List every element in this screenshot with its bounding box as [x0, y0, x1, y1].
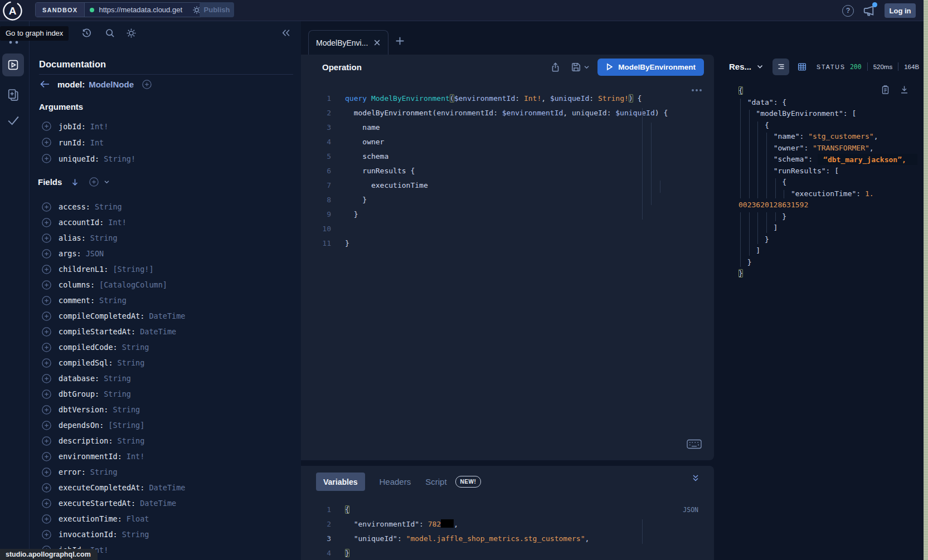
help-icon[interactable]: ? [842, 5, 854, 17]
field-row[interactable]: alias: String [30, 230, 301, 246]
add-to-query-icon[interactable] [42, 233, 51, 243]
field-row[interactable]: compileStartedAt: DateTime [30, 324, 301, 339]
field-row[interactable]: compileCompletedAt: DateTime [30, 308, 301, 324]
field-name[interactable]: error: [59, 468, 86, 476]
add-to-query-icon[interactable] [42, 121, 51, 131]
add-field-icon[interactable] [142, 80, 152, 89]
share-operation-icon[interactable] [550, 62, 561, 72]
field-type[interactable]: String [122, 530, 149, 539]
field-type[interactable]: DateTime [140, 499, 176, 508]
field-row[interactable]: dependsOn: [String] [30, 417, 301, 433]
apollo-logo-icon[interactable]: A [2, 1, 23, 21]
argument-type[interactable]: Int [90, 138, 104, 147]
add-fields-chevron-icon[interactable] [104, 179, 110, 185]
search-icon[interactable] [105, 28, 115, 38]
field-name[interactable]: comment: [59, 296, 95, 305]
argument-row[interactable]: uniqueId: String! [30, 150, 301, 167]
add-all-fields-icon[interactable] [89, 177, 99, 187]
response-dropdown-chevron-icon[interactable] [756, 63, 764, 70]
field-name[interactable]: dependsOn: [59, 421, 104, 430]
login-button[interactable]: Log in [885, 3, 916, 18]
field-row[interactable]: dbtGroup: String [30, 386, 301, 402]
field-row[interactable]: description: String [30, 433, 301, 449]
field-name[interactable]: compileCompletedAt: [59, 311, 144, 320]
add-to-query-icon[interactable] [42, 436, 51, 446]
docs-settings-gear-icon[interactable] [126, 28, 137, 38]
field-type[interactable]: String [95, 202, 122, 211]
field-row[interactable]: environmentId: Int! [30, 449, 301, 464]
field-row[interactable]: error: String [30, 464, 301, 480]
add-to-query-icon[interactable] [42, 405, 51, 415]
field-name[interactable]: compileStartedAt: [59, 327, 135, 336]
add-to-query-icon[interactable] [42, 499, 51, 508]
add-to-query-icon[interactable] [42, 296, 51, 305]
argument-row[interactable]: jobId: Int! [30, 118, 301, 134]
field-row[interactable]: compiledCode: String [30, 339, 301, 355]
field-name[interactable]: description: [59, 436, 113, 445]
field-type[interactable]: String [118, 358, 145, 367]
add-to-query-icon[interactable] [42, 249, 51, 259]
download-response-icon[interactable] [900, 85, 909, 95]
editor-overflow-menu-icon[interactable] [692, 89, 702, 91]
tab-script[interactable]: Script [425, 477, 446, 486]
field-row[interactable]: invocationId: String [30, 527, 301, 542]
argument-type[interactable]: String! [104, 154, 135, 163]
schema-nav-icon[interactable] [7, 88, 20, 103]
add-to-query-icon[interactable] [42, 514, 51, 524]
variables-editor[interactable]: 1{2 "environmentId": 782,3 "uniqueId": "… [288, 503, 714, 560]
field-type[interactable]: String [90, 468, 118, 476]
add-to-query-icon[interactable] [42, 358, 51, 368]
field-type[interactable]: JSON [86, 249, 104, 258]
add-to-query-icon[interactable] [42, 265, 51, 274]
run-button-label[interactable]: ModelByEnvironment [618, 63, 696, 71]
response-table-view-toggle[interactable] [797, 62, 807, 72]
field-row[interactable]: access: String [30, 199, 301, 215]
field-type[interactable]: String [104, 374, 131, 383]
endpoint-url-field[interactable]: https://metadata.cloud.get [85, 3, 206, 17]
history-icon[interactable] [81, 28, 92, 38]
field-row[interactable]: dbtVersion: String [30, 402, 301, 417]
field-name[interactable]: invocationId: [59, 530, 118, 539]
field-name[interactable]: dbtVersion: [59, 405, 108, 414]
field-name[interactable]: args: [59, 249, 81, 258]
field-row[interactable]: compiledSql: String [30, 355, 301, 371]
field-name[interactable]: alias: [59, 233, 86, 242]
collapse-docs-icon[interactable] [281, 28, 291, 38]
field-row[interactable]: comment: String [30, 293, 301, 308]
field-type[interactable]: DateTime [140, 327, 176, 336]
field-row[interactable]: database: String [30, 371, 301, 386]
response-dropdown-label[interactable]: Res... [729, 62, 751, 71]
field-row[interactable]: executeStartedAt: DateTime [30, 495, 301, 511]
tab-headers[interactable]: Headers [380, 477, 411, 486]
field-name[interactable]: dbtGroup: [59, 389, 99, 398]
argument-name[interactable]: uniqueId: [59, 154, 99, 163]
field-name[interactable]: database: [59, 374, 99, 383]
field-type[interactable]: [CatalogColumn] [99, 280, 167, 289]
checklist-nav-icon[interactable] [6, 114, 21, 127]
operation-editor[interactable]: 1query ModelByEnvironment($environmentId… [288, 91, 714, 251]
field-name[interactable]: access: [59, 202, 90, 211]
field-type[interactable]: Int! [108, 218, 127, 227]
add-to-query-icon[interactable] [42, 327, 51, 337]
field-name[interactable]: compiledSql: [59, 358, 113, 367]
field-name[interactable]: compiledCode: [59, 343, 118, 352]
field-name[interactable]: columns: [59, 280, 95, 289]
breadcrumb-type[interactable]: ModelNode [89, 80, 134, 89]
run-operation-button[interactable]: ModelByEnvironment [597, 59, 704, 76]
field-name[interactable]: executionTime: [59, 514, 122, 523]
keyboard-shortcuts-icon[interactable] [687, 439, 702, 449]
field-type[interactable]: Int! [127, 452, 145, 461]
save-options-chevron-icon[interactable] [584, 64, 590, 70]
add-to-query-icon[interactable] [42, 280, 51, 290]
field-row[interactable]: columns: [CatalogColumn] [30, 277, 301, 293]
field-type[interactable]: String [99, 296, 127, 305]
field-name[interactable]: childrenL1: [59, 265, 108, 274]
field-row[interactable]: executionTime: Float [30, 511, 301, 527]
tab-variables[interactable]: Variables [316, 473, 365, 491]
collapse-panel-double-chevron-icon[interactable] [691, 473, 700, 483]
explorer-nav-icon[interactable] [2, 53, 24, 76]
operation-tab[interactable]: ModelByEnvi... [308, 30, 388, 55]
add-to-query-icon[interactable] [42, 311, 51, 321]
field-type[interactable]: String [113, 405, 140, 414]
response-raw-view-toggle[interactable] [772, 59, 789, 75]
